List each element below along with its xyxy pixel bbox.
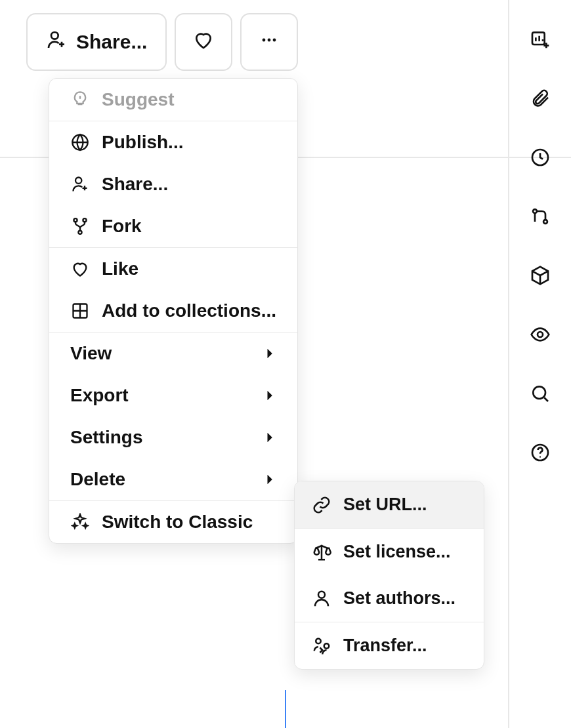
transfer-icon (312, 636, 331, 656)
svg-point-18 (533, 386, 545, 399)
rail-item-attach[interactable] (527, 87, 553, 113)
svg-point-0 (51, 32, 58, 39)
menu-item-view[interactable]: View (49, 333, 297, 374)
svg-point-2 (268, 38, 271, 41)
menu-item-share[interactable]: Share... (49, 163, 297, 205)
svg-point-12 (324, 643, 329, 649)
menu-item-settings[interactable]: Settings (49, 416, 297, 458)
rail-item-branch[interactable] (527, 205, 553, 231)
lightbulb-icon (70, 90, 90, 110)
chevron-right-icon (263, 349, 276, 358)
more-menu: Suggest Publish... Share... Fork Like Ad… (49, 78, 298, 544)
chevron-right-icon (263, 391, 276, 400)
clock-icon (530, 147, 551, 171)
submenu-item-set-url[interactable]: Set URL... (295, 481, 484, 528)
share-button-label: Share... (76, 31, 147, 53)
grid-icon (70, 301, 90, 321)
menu-item-label: Export (70, 385, 251, 406)
like-button[interactable] (175, 13, 232, 71)
chevron-right-icon (263, 433, 276, 442)
chart-plus-icon (530, 29, 551, 52)
search-icon (530, 383, 551, 407)
menu-item-label: Settings (70, 427, 251, 448)
svg-point-15 (533, 209, 537, 213)
heart-icon (70, 259, 90, 279)
menu-item-switch-classic[interactable]: Switch to Classic (49, 501, 297, 543)
menu-item-label: Switch to Classic (102, 512, 276, 533)
help-icon (530, 442, 551, 466)
scales-icon (312, 542, 331, 562)
fork-icon (70, 216, 90, 236)
branch-icon (530, 206, 551, 230)
paperclip-icon (530, 88, 551, 111)
rail-item-visibility[interactable] (527, 323, 553, 349)
heart-icon (193, 30, 214, 55)
menu-item-add-to-collections[interactable]: Add to collections... (49, 290, 297, 332)
rail-item-history[interactable] (527, 146, 553, 172)
rail-item-search[interactable] (527, 382, 553, 408)
package-icon (530, 265, 551, 289)
ellipsis-icon (259, 30, 280, 55)
share-button[interactable]: Share... (26, 13, 167, 71)
menu-item-label: Delete (70, 469, 251, 490)
submenu-item-set-license[interactable]: Set license... (295, 529, 484, 575)
globe-icon (70, 132, 90, 152)
text-cursor (285, 690, 286, 728)
more-button[interactable] (240, 13, 298, 71)
settings-submenu: Set URL... Set license... Set authors...… (294, 481, 484, 670)
svg-point-20 (539, 456, 541, 458)
sparkles-icon (70, 512, 90, 532)
submenu-item-label: Set URL... (343, 495, 467, 515)
person-icon (312, 589, 331, 609)
menu-item-label: Share... (102, 174, 276, 195)
submenu-item-label: Set license... (343, 542, 467, 562)
menu-item-label: Like (102, 258, 276, 279)
svg-point-11 (316, 638, 321, 643)
submenu-item-set-authors[interactable]: Set authors... (295, 575, 484, 622)
menu-item-label: Publish... (102, 132, 276, 153)
menu-item-publish[interactable]: Publish... (49, 121, 297, 163)
rail-item-help[interactable] (527, 441, 553, 467)
menu-item-label: View (70, 343, 251, 364)
link-icon (312, 495, 331, 515)
rail-item-chart[interactable] (527, 28, 553, 54)
menu-item-suggest: Suggest (49, 79, 297, 121)
person-plus-icon (46, 30, 67, 55)
svg-point-3 (273, 38, 276, 41)
svg-point-10 (318, 591, 325, 597)
menu-item-delete[interactable]: Delete (49, 458, 297, 500)
person-plus-icon (70, 174, 90, 194)
toolbar: Share... (26, 13, 298, 71)
svg-point-6 (74, 218, 77, 222)
rail-item-package[interactable] (527, 264, 553, 290)
menu-item-export[interactable]: Export (49, 374, 297, 416)
svg-point-16 (543, 220, 547, 224)
chevron-right-icon (263, 475, 276, 484)
svg-point-1 (263, 38, 266, 41)
submenu-item-transfer[interactable]: Transfer... (295, 622, 484, 669)
menu-item-fork[interactable]: Fork (49, 205, 297, 247)
svg-point-7 (83, 218, 86, 222)
svg-point-17 (538, 332, 543, 337)
submenu-item-label: Transfer... (343, 636, 467, 656)
menu-item-label: Suggest (102, 89, 276, 110)
menu-item-label: Fork (102, 216, 276, 237)
eye-icon (530, 324, 551, 348)
right-rail (508, 0, 571, 728)
svg-point-5 (75, 178, 81, 184)
menu-item-like[interactable]: Like (49, 248, 297, 290)
svg-point-8 (78, 231, 81, 234)
submenu-item-label: Set authors... (343, 588, 467, 609)
menu-item-label: Add to collections... (102, 300, 276, 321)
